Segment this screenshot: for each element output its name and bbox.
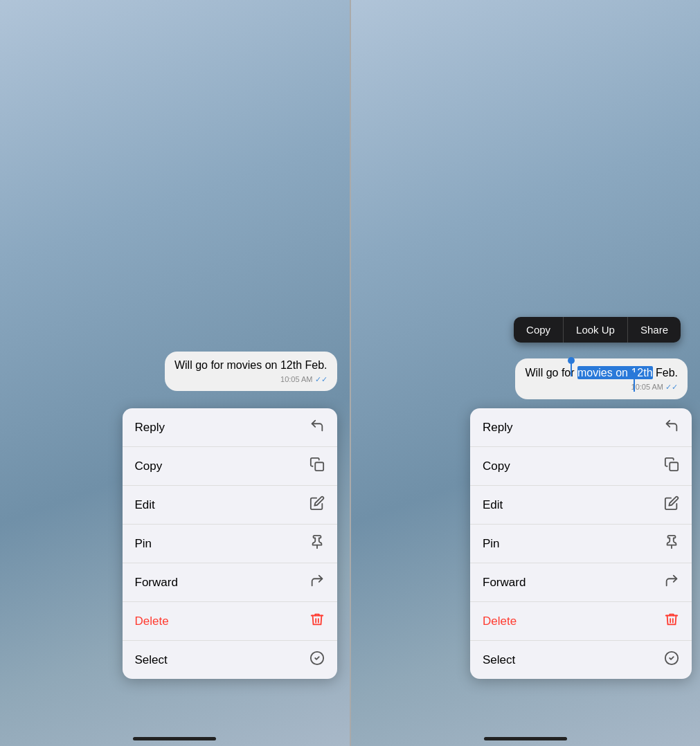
edit-label-2: Edit (483, 498, 503, 512)
delete-label-2: Delete (483, 615, 517, 628)
menu-edit-2[interactable]: Edit (470, 486, 692, 525)
message-before: Will go for (525, 367, 577, 379)
menu-copy-2[interactable]: Copy (470, 447, 692, 486)
forward-icon-1 (309, 573, 325, 592)
pin-icon-2 (664, 534, 679, 553)
popup-share-btn[interactable]: Share (628, 317, 681, 343)
menu-edit-1[interactable]: Edit (123, 486, 337, 525)
panel-1: Will go for movies on 12th Feb. 10:05 AM… (0, 0, 350, 746)
delete-icon-1 (309, 612, 325, 630)
message-after: Feb. (653, 367, 678, 379)
popup-lookup-btn[interactable]: Look Up (564, 317, 628, 343)
tick-icon-1: ✓✓ (315, 374, 327, 384)
home-indicator-1 (133, 737, 216, 740)
menu-forward-2[interactable]: Forward (470, 563, 692, 602)
popup-copy-btn[interactable]: Copy (514, 317, 564, 343)
text-selection-popup: Copy Look Up Share (514, 317, 681, 343)
edit-label-1: Edit (135, 498, 155, 512)
context-menu-1: Reply Copy Edit (123, 408, 337, 679)
message-time-2: 10:05 AM ✓✓ (525, 382, 678, 392)
delete-icon-2 (664, 612, 679, 630)
svg-rect-3 (670, 462, 678, 471)
selection-handle-left (568, 357, 575, 364)
tick-icon-2: ✓✓ (665, 382, 678, 392)
reply-label-1: Reply (135, 421, 165, 435)
context-menu-2: Reply Copy Edit (470, 408, 692, 679)
forward-icon-2 (664, 573, 679, 592)
selection-handle-right (631, 372, 638, 379)
copy-icon-1 (309, 457, 325, 475)
edit-icon-2 (664, 495, 679, 514)
menu-select-2[interactable]: Select (470, 641, 692, 679)
message-text-1: Will go for movies on 12th Feb. (174, 358, 327, 373)
select-icon-1 (309, 651, 325, 669)
pin-label-1: Pin (135, 537, 152, 551)
menu-select-1[interactable]: Select (123, 641, 337, 679)
menu-delete-1[interactable]: Delete (123, 602, 337, 641)
svg-rect-0 (315, 462, 323, 471)
edit-icon-1 (309, 495, 325, 514)
menu-pin-1[interactable]: Pin (123, 525, 337, 563)
message-selected: movies on 12th (577, 366, 653, 379)
menu-delete-2[interactable]: Delete (470, 602, 692, 641)
forward-label-2: Forward (483, 576, 526, 590)
select-label-1: Select (135, 653, 168, 667)
message-text-2: Will go for movies on 12th Feb. (525, 365, 678, 381)
copy-label-2: Copy (483, 460, 510, 473)
time-value-2: 10:05 AM (631, 382, 663, 392)
menu-forward-1[interactable]: Forward (123, 563, 337, 602)
select-icon-2 (664, 651, 679, 669)
delete-label-1: Delete (135, 615, 169, 628)
message-bubble-1: Will go for movies on 12th Feb. 10:05 AM… (165, 352, 337, 391)
forward-label-1: Forward (135, 576, 178, 590)
reply-icon-2 (664, 418, 679, 437)
pin-icon-1 (309, 534, 325, 553)
reply-icon-1 (309, 418, 325, 437)
message-time-1: 10:05 AM ✓✓ (174, 374, 327, 384)
menu-pin-2[interactable]: Pin (470, 525, 692, 563)
panel-divider (350, 0, 351, 746)
copy-icon-2 (664, 457, 679, 475)
pin-label-2: Pin (483, 537, 500, 551)
copy-label-1: Copy (135, 460, 163, 473)
menu-reply-1[interactable]: Reply (123, 408, 337, 447)
menu-reply-2[interactable]: Reply (470, 408, 692, 447)
home-indicator-2 (484, 737, 567, 740)
select-label-2: Select (483, 653, 515, 667)
message-bubble-2: Will go for movies on 12th Feb. 10:05 AM… (515, 358, 688, 399)
menu-copy-1[interactable]: Copy (123, 447, 337, 486)
reply-label-2: Reply (483, 421, 512, 435)
panel-2: Copy Look Up Share Will go for movies on… (351, 0, 701, 746)
